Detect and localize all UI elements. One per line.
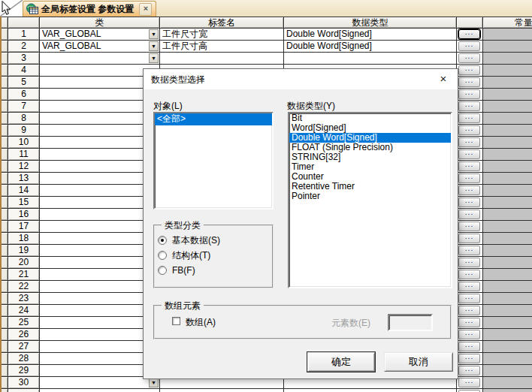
class-cell[interactable] [40,329,160,341]
row-number-cell[interactable]: 23 [8,293,40,305]
data-type-list-item[interactable]: Retentive Timer [289,182,451,191]
radio-button-icon[interactable] [158,266,167,275]
browse-button[interactable]: ... [458,258,480,267]
row-number-cell[interactable]: 6 [8,89,40,101]
row-number-cell[interactable]: 24 [8,305,40,317]
browse-button[interactable]: ... [458,113,480,123]
browse-button[interactable]: ... [458,282,480,291]
data-type-list-item[interactable]: Double Word[Signed] [289,133,451,143]
data-type-list-item[interactable]: Word[Signed] [289,123,451,133]
class-cell[interactable] [40,137,160,149]
browse-button[interactable]: ... [458,306,480,315]
data-type-cell[interactable]: Double Word[Signed] [284,29,457,41]
data-type-list-item[interactable]: STRING[32] [289,152,451,162]
row-number-cell[interactable]: 7 [8,101,40,113]
row-number-cell[interactable]: 26 [8,329,40,341]
row-number-cell[interactable]: 18 [8,233,40,245]
data-type-list-item[interactable]: Bit [289,113,451,123]
browse-button[interactable]: ... [458,234,480,243]
class-cell[interactable] [40,389,160,392]
row-number-cell[interactable]: 5 [8,77,40,89]
class-cell[interactable] [40,125,160,137]
row-number-cell[interactable]: 16 [8,209,40,221]
data-type-cell[interactable] [284,389,457,392]
class-cell[interactable]: ▼ [40,53,160,65]
class-cell[interactable] [40,317,160,329]
dialog-title-bar[interactable]: 数据类型选择 × [144,69,458,89]
row-number-cell[interactable]: 27 [8,341,40,353]
browse-button[interactable]: ... [458,378,480,387]
row-number-cell[interactable]: 3 [8,53,40,65]
class-cell[interactable] [40,305,160,317]
class-cell[interactable] [40,365,160,377]
row-number-cell[interactable]: 30 [8,377,40,389]
row-number-cell[interactable]: 9 [8,125,40,137]
radio-option[interactable]: 基本数据(S) [158,233,220,248]
row-number-cell[interactable]: 20 [8,257,40,269]
browse-button[interactable]: ... [458,185,480,195]
browse-button[interactable]: ... [458,270,480,279]
class-cell[interactable] [40,173,160,185]
row-number-cell[interactable]: 2 [8,41,40,53]
browse-button[interactable]: ... [458,354,480,363]
label-name-cell[interactable]: 工件尺寸宽 [160,29,284,41]
class-cell[interactable] [40,293,160,305]
browse-button[interactable]: ... [458,366,480,375]
row-number-cell[interactable]: 12 [8,161,40,173]
data-type-list-item[interactable]: Pointer [289,191,451,201]
array-checkbox[interactable] [172,317,180,325]
browse-button[interactable]: ... [458,65,480,75]
row-number-cell[interactable]: 14 [8,185,40,197]
browse-button[interactable]: ... [458,173,480,183]
browse-button[interactable]: ... [458,89,480,99]
row-number-cell[interactable]: 10 [8,137,40,149]
row-number-cell[interactable]: 1 [8,29,40,41]
class-cell[interactable] [40,281,160,293]
browse-button[interactable]: ... [458,137,480,147]
class-cell[interactable]: VAR_GLOBAL▼ [40,41,160,53]
row-number-cell[interactable]: 22 [8,281,40,293]
class-dropdown-icon[interactable]: ▼ [149,41,159,51]
row-number-cell[interactable]: 4 [8,65,40,77]
data-type-cell[interactable]: Double Word[Signed] [284,41,457,53]
class-cell[interactable] [40,185,160,197]
browse-button[interactable]: ... [458,198,480,207]
browse-button[interactable]: ... [458,125,480,135]
tab-close-icon[interactable]: × [139,3,152,16]
browse-button[interactable]: ... [458,294,480,303]
radio-button-icon[interactable] [158,251,167,260]
class-cell[interactable] [40,161,160,173]
browse-button[interactable]: ... [458,342,480,351]
class-cell[interactable] [40,77,160,89]
row-number-cell[interactable] [8,389,40,392]
browse-button[interactable]: ... [458,318,480,327]
browse-button[interactable]: ... [458,53,480,63]
label-name-cell[interactable] [160,53,284,65]
row-number-cell[interactable]: 15 [8,197,40,209]
data-type-list-item[interactable]: Timer [289,162,451,172]
browse-button[interactable]: ... [458,222,480,231]
object-listbox[interactable]: <全部> [153,112,274,210]
radio-option[interactable]: 结构体(T) [158,248,220,263]
row-number-cell[interactable]: 21 [8,269,40,281]
row-number-cell[interactable]: 11 [8,149,40,161]
data-type-listbox[interactable]: BitWord[Signed]Double Word[Signed]FLOAT … [288,112,452,288]
class-cell[interactable] [40,65,160,77]
object-list-item[interactable]: <全部> [155,113,272,125]
class-cell[interactable] [40,197,160,209]
row-number-cell[interactable]: 25 [8,317,40,329]
browse-button[interactable]: ... [458,101,480,111]
class-cell[interactable] [40,341,160,353]
data-type-list-item[interactable]: FLOAT (Single Precision) [289,143,451,152]
class-cell[interactable]: VAR_GLOBAL▼ [40,29,160,41]
browse-button[interactable]: ... [458,29,480,39]
class-dropdown-icon[interactable]: ▼ [149,29,159,39]
class-cell[interactable]: ▼ [40,377,160,389]
tab-global-label-settings[interactable]: 全局标签设置 参数设置 × [23,1,156,17]
row-number-cell[interactable]: 13 [8,173,40,185]
class-cell[interactable] [40,89,160,101]
browse-button[interactable]: ... [458,77,480,87]
class-cell[interactable] [40,269,160,281]
dialog-close-icon[interactable]: × [436,71,451,86]
row-number-cell[interactable]: 19 [8,245,40,257]
